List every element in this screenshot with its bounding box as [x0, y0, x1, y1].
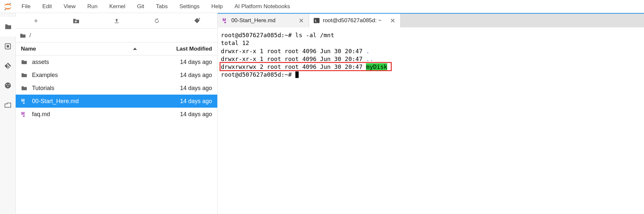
svg-text:M: M [21, 98, 25, 103]
file-name: Tutorials [32, 85, 153, 92]
file-modified: 14 days ago [153, 111, 212, 118]
menu-item-file[interactable]: File [16, 0, 36, 13]
tab-close-button[interactable] [390, 18, 396, 23]
file-browser-toolbar: + [16, 13, 217, 29]
svg-point-6 [6, 84, 7, 85]
new-folder-button[interactable] [56, 13, 96, 28]
svg-point-7 [8, 84, 9, 85]
file-browser-tab-icon[interactable] [0, 17, 16, 37]
file-row[interactable]: Mfaq.md14 days ago [16, 108, 217, 121]
git-clone-button[interactable]: + [177, 13, 217, 28]
folder-icon [21, 72, 29, 78]
markdown-icon: M [222, 17, 228, 24]
menu-item-view[interactable]: View [58, 0, 82, 13]
tab-label: root@d507627a085d: ~ [323, 17, 387, 24]
markdown-icon: M [21, 98, 29, 104]
main-area: + / Name Last Modified assets14 days ago… [0, 13, 644, 214]
folder-icon [20, 33, 26, 38]
menu-item-settings[interactable]: Settings [173, 0, 205, 13]
file-row[interactable]: assets14 days ago [16, 55, 217, 69]
tab-label: 00-Start_Here.md [231, 17, 295, 24]
terminal-line: root@d507627a085d:~# [221, 71, 641, 79]
file-row[interactable]: Tutorials14 days ago [16, 82, 217, 95]
svg-text:M: M [223, 18, 226, 22]
file-row[interactable]: M00-Start_Here.md14 days ago [16, 95, 217, 108]
jupyter-logo[interactable] [0, 2, 16, 11]
sort-ascending-icon [133, 48, 137, 50]
new-launcher-button[interactable] [16, 13, 56, 28]
svg-rect-10 [75, 21, 77, 22]
svg-point-2 [4, 3, 5, 4]
terminal-cursor [295, 71, 299, 78]
markdown-icon: M [21, 111, 29, 117]
file-modified: 14 days ago [153, 98, 212, 105]
svg-text:+: + [198, 18, 200, 21]
menu-item-tabs[interactable]: Tabs [150, 0, 173, 13]
svg-point-8 [7, 86, 8, 87]
file-row[interactable]: Examples14 days ago [16, 69, 217, 82]
tab-bar: M00-Start_Here.md$_root@d507627a085d: ~ [218, 13, 644, 27]
menu-item-ai-platform-notebooks[interactable]: AI Platform Notebooks [229, 0, 296, 13]
folder-icon [21, 59, 29, 65]
top-menubar: FileEditViewRunKernelGitTabsSettingsHelp… [0, 0, 644, 13]
menu-item-help[interactable]: Help [206, 0, 229, 13]
tabs-list-icon[interactable] [0, 95, 16, 115]
commands-palette-icon[interactable] [0, 76, 16, 95]
file-modified: 14 days ago [153, 85, 212, 92]
col-header-name: Name [21, 46, 36, 52]
col-header-modified: Last Modified [153, 46, 212, 52]
git-tab-icon[interactable] [0, 56, 16, 76]
menu-item-edit[interactable]: Edit [36, 0, 58, 13]
menu-bar: FileEditViewRunKernelGitTabsSettingsHelp… [16, 0, 296, 13]
file-modified: 14 days ago [153, 72, 212, 79]
file-browser-panel: + / Name Last Modified assets14 days ago… [16, 13, 218, 214]
terminal-line: root@d507627a085d:~# ls -al /mnt [221, 31, 641, 39]
menu-item-kernel[interactable]: Kernel [103, 0, 131, 13]
refresh-button[interactable] [137, 13, 177, 28]
terminal-line: total 12 [221, 39, 641, 47]
svg-point-1 [5, 9, 6, 10]
menu-item-run[interactable]: Run [81, 0, 103, 13]
menu-item-git[interactable]: Git [131, 0, 150, 13]
tab-close-button[interactable] [298, 18, 304, 23]
svg-text:$_: $_ [315, 19, 319, 23]
svg-point-0 [9, 3, 11, 4]
svg-text:M: M [21, 111, 25, 116]
folder-icon [21, 85, 29, 91]
breadcrumb-bar[interactable]: / [16, 29, 217, 42]
upload-button[interactable] [96, 13, 137, 28]
tab[interactable]: $_root@d507627a085d: ~ [309, 14, 401, 27]
work-area: M00-Start_Here.md$_root@d507627a085d: ~ … [218, 13, 644, 214]
left-sidebar-rail [0, 13, 16, 214]
terminal-line: drwxr-xr-x 1 root root 4096 Jun 30 20:47… [221, 55, 641, 63]
tab[interactable]: M00-Start_Here.md [218, 14, 309, 27]
terminal-line: drwxrwxrwx 2 root root 4096 Jun 30 20:47… [221, 63, 641, 71]
breadcrumb-path: / [29, 32, 31, 39]
svg-rect-4 [7, 45, 9, 47]
svg-point-5 [5, 83, 10, 88]
running-sessions-icon[interactable] [0, 37, 16, 56]
terminal-line: drwxr-xr-x 1 root root 4096 Jun 30 20:47… [221, 47, 641, 55]
terminal-panel[interactable]: root@d507627a085d:~# ls -al /mnttotal 12… [218, 27, 644, 214]
file-list-header[interactable]: Name Last Modified [16, 42, 217, 55]
terminal-icon: $_ [314, 18, 320, 23]
file-name: faq.md [32, 111, 153, 118]
file-name: Examples [32, 72, 153, 79]
file-list: assets14 days agoExamples14 days agoTuto… [16, 55, 217, 214]
file-modified: 14 days ago [153, 59, 212, 66]
file-name: 00-Start_Here.md [32, 98, 153, 105]
file-name: assets [32, 59, 153, 66]
